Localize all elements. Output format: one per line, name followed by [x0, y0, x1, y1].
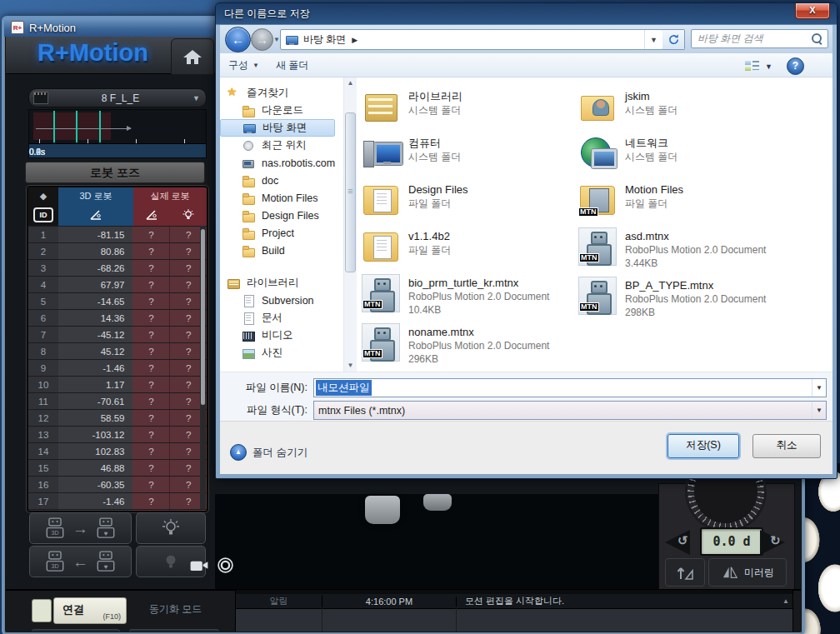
mirror-button[interactable]: 미러링: [708, 558, 787, 587]
file-item[interactable]: MTN BP_A_TYPE.mtnx RoboPlus Motion 2.0 D…: [578, 277, 793, 319]
sidebar-item[interactable]: 문서: [220, 309, 343, 327]
file-item[interactable]: Design Files 파일 폴더: [362, 181, 577, 221]
sidebar-scrollbar[interactable]: ▲ ▼: [343, 77, 357, 372]
sidebar-group-libraries[interactable]: 라이브러리: [220, 274, 343, 292]
sidebar-item[interactable]: Subversion: [220, 292, 343, 309]
pose-row[interactable]: 7 -45.12 ? ?: [28, 326, 207, 342]
port-dropdown[interactable]: 포트 ▼: [32, 629, 120, 632]
sidebar-item[interactable]: 바탕 화면: [220, 119, 335, 137]
apply-to-real-robot-button[interactable]: 3D → ♥: [29, 512, 132, 544]
scroll-down-icon[interactable]: ▼: [344, 360, 357, 372]
camera-button[interactable]: [188, 555, 210, 575]
file-item[interactable]: MTN noname.mtnx RoboPlus Motion 2.0 Docu…: [362, 323, 577, 366]
cancel-button[interactable]: 취소: [752, 434, 821, 458]
keyframe-marker[interactable]: [99, 111, 101, 142]
pose-row[interactable]: 10 1.17 ? ?: [28, 376, 207, 392]
pose-row[interactable]: 17 -1.46 ? ?: [28, 492, 207, 509]
pose-row[interactable]: 12 58.59 ? ?: [28, 409, 207, 426]
id-header: ID: [28, 204, 58, 226]
close-button[interactable]: X: [795, 3, 830, 19]
address-bar[interactable]: 바탕 화면 ▶ ▼: [280, 29, 663, 50]
servo-angle-3d: 67.97: [58, 277, 133, 292]
sidebar-item[interactable]: Build: [220, 242, 343, 259]
pose-row[interactable]: 11 -70.61 ? ?: [28, 392, 207, 409]
scroll-up-icon[interactable]: ▲: [782, 597, 789, 605]
torque-on-button[interactable]: [136, 512, 206, 544]
sidebar-group-favorites[interactable]: 즐겨찾기: [220, 84, 343, 102]
chevron-down-icon[interactable]: ▼: [812, 402, 826, 419]
help-button[interactable]: ?: [787, 57, 804, 75]
organize-button[interactable]: 구성 ▼: [220, 56, 268, 74]
history-chevron-icon[interactable]: ▼: [273, 36, 280, 43]
speed-dropdown[interactable]: 전송 속도 ▼: [129, 629, 219, 632]
servo-id: 6: [28, 310, 58, 326]
scrollbar-thumb[interactable]: [345, 112, 356, 272]
pose-row[interactable]: 4 67.97 ? ?: [28, 276, 207, 292]
search-icon[interactable]: [812, 33, 822, 44]
viewport-3d[interactable]: [215, 494, 658, 589]
sidebar-item[interactable]: doc: [220, 172, 343, 189]
view-options-chevron-icon[interactable]: ▼: [765, 62, 772, 71]
address-dropdown-icon[interactable]: ▼: [644, 30, 662, 49]
file-item[interactable]: MTN Motion Files 파일 폴더: [578, 181, 793, 221]
read-from-real-robot-button[interactable]: 3D ← ♥: [29, 546, 132, 577]
connect-button[interactable]: 연결 (F10): [53, 597, 127, 624]
pose-row[interactable]: 14 102.83 ? ?: [28, 442, 207, 459]
pose-row[interactable]: 2 80.86 ? ?: [28, 242, 207, 259]
file-name: v1.1.4b2: [408, 229, 451, 243]
home-button[interactable]: [171, 38, 214, 75]
sidebar-item[interactable]: 다운로드: [220, 102, 343, 119]
view-options-icon[interactable]: [745, 60, 759, 71]
servo-angle-3d: -68.26: [58, 260, 133, 276]
pose-row[interactable]: 5 -14.65 ? ?: [28, 292, 207, 309]
forward-button[interactable]: →: [251, 28, 273, 51]
sidebar-item[interactable]: Project: [220, 224, 343, 242]
clip-selector[interactable]: 8 F_L_E ▼: [28, 88, 207, 107]
pose-row[interactable]: 3 -68.26 ? ?: [28, 259, 207, 276]
file-item[interactable]: MTN bio_prm_turtle_kr.mtnx RoboPlus Moti…: [362, 274, 577, 317]
sidebar-item[interactable]: nas.robotis.com: [220, 154, 343, 172]
pose-row[interactable]: 9 -1.46 ? ?: [28, 359, 207, 376]
file-item[interactable]: MTN asd.mtnx RoboPlus Motion 2.0 Documen…: [578, 227, 793, 270]
save-button[interactable]: 저장(S): [668, 434, 739, 458]
pose-row[interactable]: 13 -103.12 ? ?: [28, 426, 207, 442]
apply-pose-button[interactable]: [665, 558, 705, 587]
sidebar-item[interactable]: Motion Files: [220, 189, 343, 207]
pose-row[interactable]: 1 -81.15 ? ?: [28, 226, 207, 242]
file-type: 시스템 폴더: [408, 103, 462, 117]
file-item[interactable]: jskim 시스템 폴더: [578, 87, 793, 127]
file-icon: [578, 87, 617, 126]
file-item[interactable]: 네트워크 시스템 폴더: [578, 134, 793, 174]
log-row[interactable]: 알림 4:16:00 PM 모션 편집을 시작합니다. ▲: [236, 594, 792, 609]
file-size: 298KB: [625, 306, 766, 319]
pose-row[interactable]: 15 46.88 ? ?: [28, 459, 207, 476]
pose-row[interactable]: 16 -60.35 ? ?: [28, 476, 207, 492]
servo-angle-real: ?: [132, 393, 169, 409]
timeline[interactable]: 0.0s0.2s0.4s0.6s: [28, 109, 207, 158]
save-as-dialog: 다른 이름으로 저장 X ← → ▼ 바탕 화면 ▶ ▼ 바탕 화면 검색: [215, 2, 838, 479]
breadcrumb[interactable]: 바탕 화면: [303, 32, 346, 47]
file-item[interactable]: 라이브러리 시스템 폴더: [362, 87, 577, 127]
hide-folders-button[interactable]: ▲ 폴더 숨기기: [230, 444, 308, 461]
new-folder-button[interactable]: 새 폴더: [268, 56, 317, 74]
search-input[interactable]: 바탕 화면 검색: [691, 29, 828, 48]
sidebar-item[interactable]: 사진: [220, 344, 343, 362]
filetype-select[interactable]: mtnx Files (*.mtnx) ▼: [313, 401, 827, 420]
file-item[interactable]: v1.1.4b2 파일 폴더: [362, 227, 577, 267]
sidebar-item[interactable]: Design Files: [220, 207, 343, 224]
back-button[interactable]: ←: [225, 27, 251, 52]
pose-table-scrollbar[interactable]: [200, 226, 206, 509]
keyframe-marker[interactable]: [53, 111, 55, 142]
scroll-up-icon[interactable]: ▲: [344, 77, 357, 89]
filename-input[interactable]: 내모션파일 ▼: [313, 378, 827, 397]
sidebar-item[interactable]: 최근 위치: [220, 137, 343, 154]
chevron-down-icon[interactable]: ▼: [812, 379, 826, 397]
refresh-button[interactable]: [662, 29, 685, 50]
breadcrumb-arrow-icon[interactable]: ▶: [352, 36, 358, 44]
record-button[interactable]: [215, 555, 235, 575]
file-item[interactable]: 컴퓨터 시스템 폴더: [362, 134, 577, 174]
sidebar-item[interactable]: 비디오: [220, 327, 343, 344]
pose-row[interactable]: 8 45.12 ? ?: [28, 342, 207, 359]
keyframe-marker[interactable]: [76, 111, 78, 142]
pose-row[interactable]: 6 14.36 ? ?: [28, 309, 207, 326]
